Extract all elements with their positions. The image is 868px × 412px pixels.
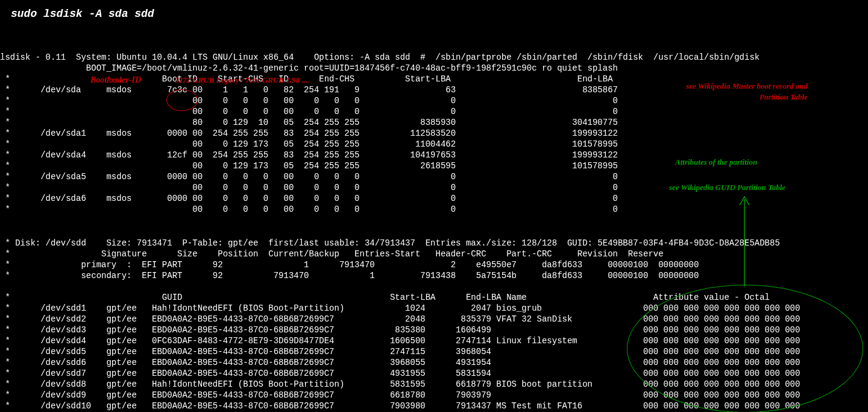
annotation-partition-attributes: Attributes of the partition bbox=[675, 157, 757, 168]
arrow-icon bbox=[738, 193, 756, 290]
annotation-wikipedia-gpt: see Wikipedia GUID Partition Table bbox=[669, 182, 785, 193]
highlight-ellipse-attributes bbox=[627, 285, 863, 412]
annotation-wikipedia-mbr: see Wikipedia Master boot record and Par… bbox=[663, 81, 808, 103]
annotation-grub-versions: 5272 GRUB Legacy / 7c3c GRUB 1.98 .... bbox=[175, 75, 309, 86]
annotation-bootloader-id: Bootloader-ID bbox=[90, 75, 141, 86]
command-title: sudo lsdisk -A sda sdd bbox=[0, 0, 868, 19]
terminal-output-gpt-header: * Disk: /dev/sdd Size: 7913471 P-Table: … bbox=[0, 238, 780, 281]
highlight-ellipse-bootid bbox=[166, 89, 198, 111]
